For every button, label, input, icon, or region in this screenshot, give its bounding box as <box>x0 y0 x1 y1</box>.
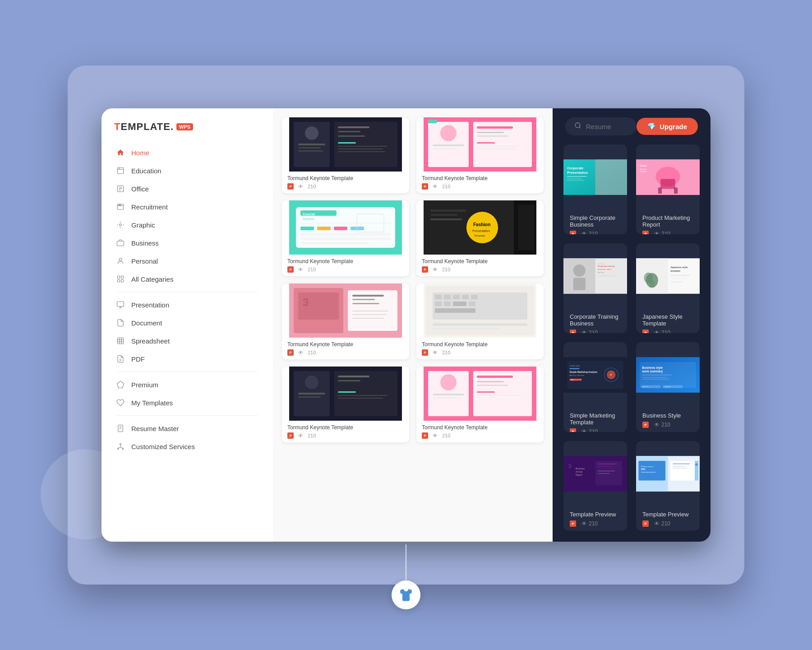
template-card-1[interactable]: Tormund Keynote Template P 👁 210 <box>282 117 409 193</box>
eye-right-8: 👁 <box>654 520 660 527</box>
template-card-info-2: Tormund Keynote Template P 👁 210 <box>416 172 544 193</box>
right-template-card-6[interactable]: Business style work summary Add Text Add… <box>636 342 700 432</box>
nav-section: Home Education Office <box>102 144 273 529</box>
template-thumb-4: Fashion Presentation Template <box>416 200 544 255</box>
nav-divider-2 <box>116 371 258 372</box>
template-card-meta-5: P 👁 210 <box>287 349 404 356</box>
template-card-4[interactable]: Fashion Presentation Template Tormund Ke… <box>416 200 544 276</box>
personal-icon <box>116 256 125 265</box>
svg-point-13 <box>119 258 122 261</box>
svg-rect-178 <box>670 282 683 282</box>
sidebar-item-resume-master[interactable]: Resume Master <box>109 419 266 437</box>
sidebar-item-recruitment[interactable]: Recruitment <box>109 198 266 216</box>
views-meta-6: 👁 210 <box>654 422 670 428</box>
svg-point-33 <box>120 443 121 445</box>
svg-marker-28 <box>117 381 124 388</box>
right-template-card-2[interactable]: Colour Business Template Product Marketi… <box>636 144 700 234</box>
views-1: 210 <box>308 184 316 189</box>
sidebar-item-presentation[interactable]: Presentation <box>109 296 266 314</box>
template-card-2[interactable]: Tormund Keynote Template P 👁 210 <box>416 117 544 193</box>
right-template-name-8: Template Preview <box>642 511 693 518</box>
svg-text:Course: Course <box>303 212 315 216</box>
sidebar-item-office[interactable]: Office <box>109 180 266 198</box>
diamond-icon <box>116 380 125 389</box>
svg-rect-14 <box>117 276 120 278</box>
right-template-card-8[interactable]: Please enter a title <box>636 441 700 531</box>
right-template-info-6: Business Style P 👁 210 <box>636 408 700 432</box>
template-card-info-3: Tormund Keynote Template P 👁 210 <box>282 255 409 276</box>
ppt-right-badge-4: P <box>642 330 649 333</box>
search-bar[interactable] <box>565 117 637 135</box>
right-template-card-1[interactable]: Corporate Presentation Simple Corporate … <box>563 144 627 234</box>
right-views-3: 210 <box>589 330 598 333</box>
svg-text:Simple Marketing Analysis: Simple Marketing Analysis <box>570 371 598 373</box>
right-views-4: 210 <box>661 330 670 333</box>
ppt-badge-8: P <box>422 432 428 439</box>
template-card-5[interactable]: 3 Tormund Keynote Template <box>282 283 409 359</box>
right-template-thumb-2: Colour Business Template <box>636 144 700 210</box>
document-icon <box>116 318 125 327</box>
svg-rect-145 <box>567 176 586 177</box>
svg-rect-177 <box>670 279 687 279</box>
sidebar-item-all-categories[interactable]: All Categaries <box>109 270 266 288</box>
svg-rect-135 <box>477 381 504 382</box>
right-template-card-5[interactable]: YOUR LOGO Simple Marketing Analysis Add … <box>563 342 627 432</box>
search-icon <box>574 122 581 131</box>
upgrade-button[interactable]: 💎 Upgrade <box>637 118 698 135</box>
svg-rect-125 <box>338 391 356 393</box>
svg-point-139 <box>575 123 580 128</box>
svg-rect-131 <box>433 394 464 395</box>
eye-icon-5: 👁 <box>298 350 303 355</box>
svg-rect-218 <box>673 463 690 464</box>
sidebar-item-pdf[interactable]: PDF <box>109 350 266 368</box>
eye-icon-3: 👁 <box>298 267 303 272</box>
search-input[interactable] <box>586 123 627 130</box>
right-template-info-1: Simple Corporate Business P 👁 210 <box>563 210 627 234</box>
template-card-3[interactable]: Course Schedule <box>282 200 409 276</box>
svg-rect-111 <box>444 302 451 306</box>
sidebar-item-personal[interactable]: Personal <box>109 252 266 270</box>
template-card-name-5: Tormund Keynote Template <box>287 341 404 348</box>
right-template-card-3[interactable]: Corporate training (business style) Add … <box>563 243 627 333</box>
svg-rect-124 <box>338 380 360 381</box>
services-icon <box>116 442 125 451</box>
sidebar-label-office: Office <box>131 185 149 193</box>
sidebar-item-my-templates[interactable]: My Templates <box>109 394 266 412</box>
sidebar-item-customized-services[interactable]: Customized Services <box>109 437 266 455</box>
right-template-card-7[interactable]: 3 Business Annual Report <box>563 441 627 531</box>
right-template-name-5: Simple Marketing Template <box>570 412 621 426</box>
svg-rect-146 <box>567 178 582 179</box>
right-template-meta-3: P 👁 210 <box>570 330 621 333</box>
sidebar-label-customized-services: Customized Services <box>131 443 195 450</box>
views-meta-2: 👁 210 <box>654 231 670 234</box>
svg-point-130 <box>440 374 457 390</box>
svg-text:Corporate: Corporate <box>567 166 583 170</box>
svg-point-34 <box>117 448 119 450</box>
sidebar-item-premium[interactable]: Premium <box>109 376 266 394</box>
svg-rect-73 <box>317 227 331 230</box>
template-card-7[interactable]: Tormund Keynote Template P 👁 210 <box>282 367 409 442</box>
ppt-meta-4: P <box>642 330 649 333</box>
sidebar-item-document[interactable]: Document <box>109 314 266 332</box>
right-views-6: 210 <box>661 422 670 428</box>
right-template-card-4[interactable]: Japanese style template Japanese Style T… <box>636 243 700 333</box>
sidebar-item-spreadsheet[interactable]: Spreadsheet <box>109 332 266 350</box>
sidebar-item-graphic[interactable]: Graphic <box>109 216 266 234</box>
right-template-thumb-3: Corporate training (business style) Add … <box>563 243 627 309</box>
sidebar-item-education[interactable]: Education <box>109 162 266 180</box>
logo-text: Template. <box>114 121 174 133</box>
ppt-right-badge-8: P <box>642 520 649 527</box>
template-thumb-5: 3 <box>282 283 409 338</box>
views-5: 210 <box>308 350 316 355</box>
template-card-name-8: Tormund Keynote Template <box>422 424 538 431</box>
sidebar-item-business[interactable]: Business <box>109 234 266 252</box>
ppt-meta-1: P <box>570 231 576 234</box>
template-card-8[interactable]: Tormund Keynote Template P 👁 210 <box>416 367 544 442</box>
svg-rect-57 <box>433 148 457 149</box>
presentation-icon <box>116 300 125 309</box>
logo-area: Template. WPS <box>102 121 273 144</box>
ppt-badge-3: P <box>287 266 294 273</box>
svg-rect-51 <box>338 149 383 149</box>
template-card-6[interactable]: Tormund Keynote Template P 👁 210 <box>416 283 544 359</box>
sidebar-item-home[interactable]: Home <box>109 144 266 162</box>
